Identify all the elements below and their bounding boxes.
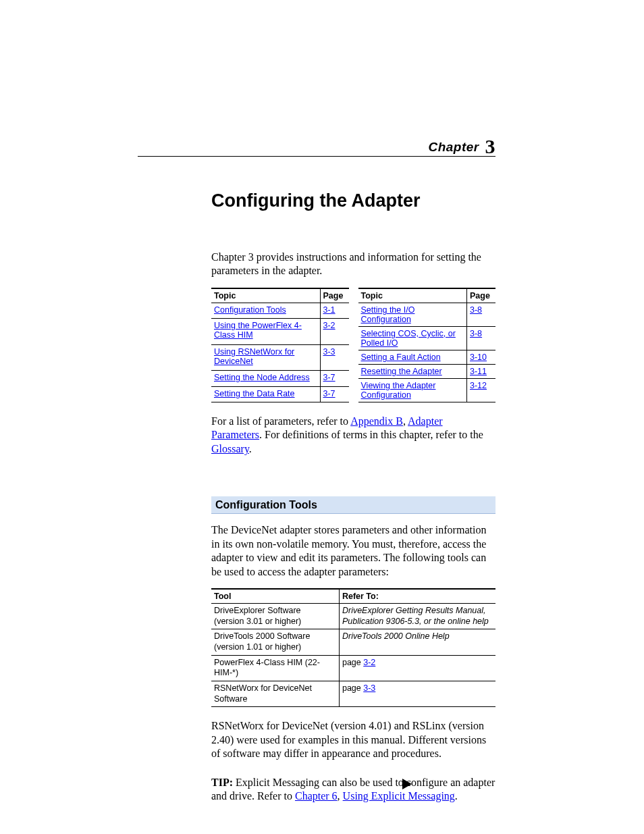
tool-cell: DriveTools 2000 Software(version 1.01 or… xyxy=(211,629,339,655)
topic-link[interactable]: Setting the I/O Configuration xyxy=(361,305,415,324)
table-row: Setting a Fault Action3-10 xyxy=(358,350,496,364)
refer-cell: DriveTools 2000 Online Help xyxy=(339,629,495,655)
section-heading-configuration-tools: Configuration Tools xyxy=(211,496,495,514)
page-link[interactable]: 3-3 xyxy=(363,683,375,693)
page-link[interactable]: 3-8 xyxy=(470,329,482,338)
tool-cell: DriveExplorer Software(version 3.01 or h… xyxy=(211,604,339,629)
reference-paragraph: For a list of parameters, refer to Appen… xyxy=(211,415,495,456)
page-link[interactable]: 3-2 xyxy=(363,658,375,667)
topic-link[interactable]: Setting the Node Address xyxy=(214,373,310,382)
table-row: Setting the I/O Configuration3-8 xyxy=(358,303,496,326)
th-page: Page xyxy=(467,288,496,303)
intro-paragraph: Chapter 3 provides instructions and info… xyxy=(211,251,495,278)
topic-table-right: Topic Page Setting the I/O Configuration… xyxy=(358,288,496,402)
chapter-label: Chapter 3 xyxy=(428,135,495,158)
topic-tables: Topic Page Configuration Tools3-1Using t… xyxy=(211,288,495,402)
tool-cell: RSNetWorx for DeviceNet Software xyxy=(211,681,339,706)
tools-table: Tool Refer To: DriveExplorer Software(ve… xyxy=(211,588,495,707)
topic-left-body: Configuration Tools3-1Using the PowerFle… xyxy=(211,303,349,402)
page: Chapter 3 Configuring the Adapter Chapte… xyxy=(0,0,644,834)
page-link[interactable]: 3-11 xyxy=(470,367,487,376)
topic-link[interactable]: Setting the Data Rate xyxy=(214,389,295,398)
page-link[interactable]: 3-7 xyxy=(323,389,336,398)
topic-link[interactable]: Viewing the Adapter Configuration xyxy=(361,381,436,400)
page-link[interactable]: 3-1 xyxy=(323,305,336,315)
th-topic: Topic xyxy=(358,288,467,303)
table-row: Resetting the Adapter3-11 xyxy=(358,364,496,378)
table-row: Viewing the Adapter Configuration3-12 xyxy=(358,378,496,402)
topic-link[interactable]: Selecting COS, Cyclic, or Polled I/O xyxy=(361,329,456,348)
refer-cell: page 3-2 xyxy=(339,655,495,681)
link-appendix-b[interactable]: Appendix B xyxy=(350,415,403,427)
refer-cell: DriveExplorer Getting Results Manual, Pu… xyxy=(339,604,495,629)
table-row: PowerFlex 4-Class HIM (22-HIM-*)page 3-2 xyxy=(211,655,495,681)
th-refer: Refer To: xyxy=(339,589,495,604)
page-title: Configuring the Adapter xyxy=(211,190,495,211)
chapter-word: Chapter xyxy=(428,140,479,154)
page-link[interactable]: 3-2 xyxy=(323,321,336,330)
tool-cell: PowerFlex 4-Class HIM (22-HIM-*) xyxy=(211,655,339,681)
tools-body: DriveExplorer Software(version 3.01 or h… xyxy=(211,604,495,707)
link-glossary[interactable]: Glossary xyxy=(211,443,249,454)
table-row: Setting the Data Rate3-7 xyxy=(211,386,349,402)
tip-arrow-icon xyxy=(402,779,412,789)
th-page: Page xyxy=(320,288,349,303)
link-chapter-6[interactable]: Chapter 6 xyxy=(295,790,338,802)
table-row: DriveExplorer Software(version 3.01 or h… xyxy=(211,604,495,629)
topic-link[interactable]: Setting a Fault Action xyxy=(361,353,441,362)
page-link[interactable]: 3-3 xyxy=(323,347,336,357)
chapter-number: 3 xyxy=(485,135,496,157)
page-link[interactable]: 3-10 xyxy=(470,353,487,362)
topic-right-body: Setting the I/O Configuration3-8Selectin… xyxy=(358,303,496,402)
table-row: Setting the Node Address3-7 xyxy=(211,371,349,386)
topic-link[interactable]: Using RSNetWorx for DeviceNet xyxy=(214,347,294,366)
table-row: Selecting COS, Cyclic, or Polled I/O3-8 xyxy=(358,326,496,350)
section-intro: The DeviceNet adapter stores parameters … xyxy=(211,523,495,579)
table-row: Using RSNetWorx for DeviceNet3-3 xyxy=(211,344,349,371)
version-note: RSNetWorx for DeviceNet (version 4.01) a… xyxy=(211,719,495,760)
table-row: Configuration Tools3-1 xyxy=(211,303,349,318)
th-topic: Topic xyxy=(211,288,320,303)
tip-paragraph: TIP: Explicit Messaging can also be used… xyxy=(211,776,495,804)
topic-link[interactable]: Configuration Tools xyxy=(214,305,286,315)
table-row: Using the PowerFlex 4-Class HIM3-2 xyxy=(211,319,349,345)
topic-table-left: Topic Page Configuration Tools3-1Using t… xyxy=(211,288,349,402)
link-explicit-messaging[interactable]: Using Explicit Messaging xyxy=(343,790,455,802)
th-tool: Tool xyxy=(211,589,339,604)
topic-link[interactable]: Using the PowerFlex 4-Class HIM xyxy=(214,321,302,340)
topic-link[interactable]: Resetting the Adapter xyxy=(361,367,442,376)
page-link[interactable]: 3-7 xyxy=(323,373,336,382)
table-row: DriveTools 2000 Software(version 1.01 or… xyxy=(211,629,495,655)
table-row: RSNetWorx for DeviceNet Softwarepage 3-3 xyxy=(211,681,495,706)
tip-label: TIP: xyxy=(211,777,233,788)
page-link[interactable]: 3-12 xyxy=(470,381,487,390)
page-link[interactable]: 3-8 xyxy=(470,305,482,315)
refer-cell: page 3-3 xyxy=(339,681,495,706)
